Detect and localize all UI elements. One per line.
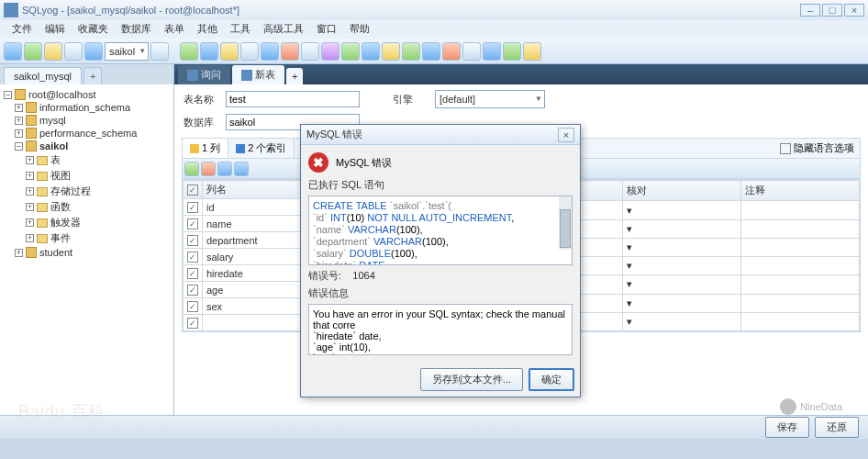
tool-p-icon[interactable]	[483, 42, 501, 61]
tool-o-icon[interactable]	[462, 42, 481, 61]
tool-j-icon[interactable]	[362, 42, 380, 61]
tool-new-icon[interactable]	[4, 42, 22, 61]
input-tablename[interactable]	[226, 91, 360, 107]
add-row-icon[interactable]	[184, 162, 199, 176]
cell-name[interactable]: department	[203, 232, 303, 249]
tool-h-icon[interactable]	[321, 42, 339, 61]
menu-edit[interactable]: 编辑	[39, 20, 72, 39]
tool-exec-icon[interactable]	[84, 42, 103, 61]
tool-c-icon[interactable]	[220, 42, 239, 61]
expand-icon[interactable]: +	[15, 129, 23, 138]
cell-comment[interactable]	[740, 238, 859, 256]
gtab-indexes[interactable]: 2 个索引	[228, 139, 295, 158]
menu-other[interactable]: 其他	[191, 20, 224, 39]
tree-folder[interactable]: 事件	[50, 231, 71, 245]
object-tree[interactable]: –root@localhost +information_schema +mys…	[0, 84, 173, 422]
combo-engine[interactable]: [default]	[435, 90, 545, 108]
cell-comment[interactable]	[740, 257, 859, 275]
tool-i-icon[interactable]	[341, 42, 360, 61]
menu-tools[interactable]: 工具	[224, 20, 257, 39]
tool-f-icon[interactable]	[281, 42, 299, 61]
tree-folder[interactable]: 存储过程	[50, 185, 91, 198]
tree-db[interactable]: mysql	[39, 115, 66, 126]
menu-file[interactable]: 文件	[6, 20, 39, 39]
menu-db[interactable]: 数据库	[115, 20, 158, 39]
cell-name[interactable]: salary	[203, 249, 303, 265]
tool-g-icon[interactable]	[301, 42, 319, 61]
tool-k-icon[interactable]	[382, 42, 400, 61]
cell-comment[interactable]	[740, 275, 859, 294]
cell-comment[interactable]	[740, 312, 859, 330]
cell-collate[interactable]: ▾	[622, 219, 740, 238]
gtab-columns[interactable]: 1 列	[183, 139, 228, 158]
schema-combo[interactable]: saikol	[105, 42, 149, 61]
tool-schema-refresh-icon[interactable]	[150, 42, 169, 61]
save-to-file-button[interactable]: 另存到文本文件...	[420, 368, 523, 391]
hide-lang-checkbox[interactable]	[780, 143, 791, 154]
tool-refresh-icon[interactable]	[64, 42, 83, 61]
expand-icon[interactable]: +	[15, 117, 23, 125]
row-check[interactable]: ✓	[187, 301, 198, 312]
del-row-icon[interactable]	[201, 162, 216, 176]
tool-a-icon[interactable]	[180, 42, 198, 61]
expand-icon[interactable]: +	[26, 156, 34, 164]
tool-connect-icon[interactable]	[24, 42, 42, 61]
sql-textbox[interactable]: CREATE TABLE `saikol`.`test`( `id` INT(1…	[308, 196, 573, 265]
row-check[interactable]: ✓	[187, 268, 198, 279]
expand-icon[interactable]: –	[15, 142, 23, 151]
scrollbar[interactable]	[559, 196, 572, 250]
menu-help[interactable]: 帮助	[343, 20, 376, 39]
maximize-button[interactable]: □	[822, 4, 842, 17]
expand-icon[interactable]: +	[26, 203, 34, 211]
close-button[interactable]: ×	[844, 4, 864, 17]
tree-folder[interactable]: 表	[50, 153, 61, 167]
row-check[interactable]: ✓	[187, 285, 198, 296]
row-check[interactable]: ✓	[187, 252, 198, 263]
expand-icon[interactable]: +	[15, 249, 23, 257]
cell-collate[interactable]: ▾	[622, 312, 740, 330]
tool-m-icon[interactable]	[422, 42, 440, 61]
cell-comment[interactable]	[740, 294, 859, 312]
down-row-icon[interactable]	[234, 162, 249, 176]
tool-d-icon[interactable]	[240, 42, 259, 61]
expand-icon[interactable]: +	[26, 187, 34, 196]
tree-db[interactable]: performance_schema	[39, 128, 137, 139]
cell-collate[interactable]: ▾	[622, 238, 740, 256]
save-button[interactable]: 保存	[765, 417, 809, 438]
ok-button[interactable]: 确定	[529, 368, 574, 391]
tool-q-icon[interactable]	[503, 42, 521, 61]
menu-window[interactable]: 窗口	[310, 20, 343, 39]
tree-folder[interactable]: 函数	[50, 200, 71, 214]
minimize-button[interactable]: –	[800, 4, 820, 17]
cell-collate[interactable]: ▾	[622, 275, 740, 294]
row-check[interactable]: ✓	[187, 318, 198, 329]
col-collate-header[interactable]: 核对	[622, 181, 740, 201]
tool-save-icon[interactable]	[44, 42, 62, 61]
cell-comment[interactable]	[740, 201, 859, 219]
tool-b-icon[interactable]	[200, 42, 218, 61]
tool-l-icon[interactable]	[402, 42, 420, 61]
menu-fav[interactable]: 收藏夹	[72, 20, 115, 39]
tree-root[interactable]: root@localhost	[28, 89, 96, 100]
row-check[interactable]: ✓	[187, 218, 198, 230]
tree-folder[interactable]: 视图	[50, 169, 71, 183]
cell-name[interactable]: hiredate	[203, 265, 303, 282]
dialog-close-icon[interactable]: ×	[558, 128, 574, 142]
errinfo-textbox[interactable]: You have an error in your SQL syntax; ch…	[308, 304, 573, 355]
sidebar-tab-conn[interactable]: saikol_mysql	[4, 67, 82, 84]
tool-e-icon[interactable]	[261, 42, 279, 61]
revert-button[interactable]: 还原	[815, 417, 859, 438]
cell-name[interactable]: name	[203, 216, 303, 232]
up-row-icon[interactable]	[217, 162, 232, 176]
tree-db-active[interactable]: saikol	[39, 140, 68, 151]
expand-icon[interactable]: –	[4, 91, 12, 99]
tool-r-icon[interactable]	[523, 42, 541, 61]
tab-query[interactable]: 询问	[178, 65, 230, 84]
expand-icon[interactable]: +	[26, 218, 34, 227]
tree-folder[interactable]: 触发器	[50, 216, 81, 230]
cell-comment[interactable]	[740, 219, 859, 238]
sidebar-tab-add[interactable]: +	[83, 67, 102, 84]
checkall[interactable]: ✓	[187, 185, 198, 196]
col-comment-header[interactable]: 注释	[740, 181, 859, 201]
expand-icon[interactable]: +	[26, 234, 34, 242]
